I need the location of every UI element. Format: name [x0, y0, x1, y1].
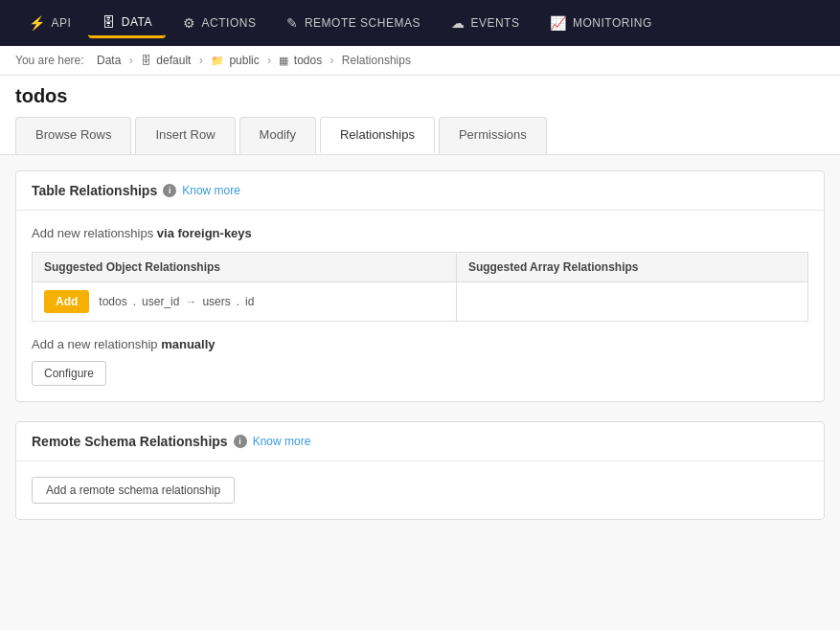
fk-note-bold: via foreign-keys — [157, 226, 252, 240]
breadcrumb-todos[interactable]: todos — [294, 54, 322, 67]
arrow-icon: → — [185, 295, 196, 308]
remote-schemas-icon: ✎ — [286, 15, 299, 31]
api-icon: ⚡ — [29, 15, 46, 31]
page-title-bar: todos Browse Rows Insert Row Modify Rela… — [0, 76, 840, 155]
actions-icon: ⚙ — [183, 15, 196, 31]
table-relationships-know-more[interactable]: Know more — [182, 184, 240, 197]
data-icon: 🗄 — [102, 14, 116, 30]
nav-actions[interactable]: ⚙ ACTIONS — [170, 10, 269, 36]
dot1: . — [133, 295, 136, 308]
nav-actions-label: ACTIONS — [202, 16, 257, 30]
tab-browse-rows[interactable]: Browse Rows — [15, 117, 131, 154]
add-remote-schema-button[interactable]: Add a remote schema relationship — [32, 477, 235, 504]
breadcrumb-current: Relationships — [342, 54, 411, 67]
configure-button[interactable]: Configure — [32, 361, 106, 386]
events-icon: ☁ — [451, 15, 465, 31]
tab-permissions[interactable]: Permissions — [439, 117, 547, 154]
top-nav: ⚡ API 🗄 DATA ⚙ ACTIONS ✎ REMOTE SCHEMAS … — [0, 0, 840, 46]
dot2: . — [237, 295, 239, 308]
object-rel-cell: Add todos . user_id → users . id — [33, 282, 457, 322]
add-relationship-button[interactable]: Add — [44, 290, 89, 313]
page-title: todos — [15, 85, 825, 107]
table-relationships-body: Add new relationships via foreign-keys S… — [16, 211, 824, 401]
tab-modify[interactable]: Modify — [239, 117, 316, 154]
from-col: user_id — [142, 295, 179, 308]
col-object-header: Suggested Object Relationships — [33, 253, 457, 282]
nav-data-label: DATA — [122, 15, 152, 29]
fk-note-text: Add new relationships — [32, 226, 153, 240]
remote-schema-relationships-section: Remote Schema Relationships i Know more … — [15, 421, 825, 520]
tab-insert-row[interactable]: Insert Row — [135, 117, 235, 154]
nav-api[interactable]: ⚡ API — [15, 10, 84, 36]
breadcrumb-public[interactable]: public — [229, 54, 259, 67]
remote-schema-title: Remote Schema Relationships — [32, 434, 228, 449]
col-array-header: Suggested Array Relationships — [456, 253, 807, 282]
to-col: id — [245, 295, 254, 308]
breadcrumb-default[interactable]: default — [156, 54, 191, 67]
nav-events[interactable]: ☁ EVENTS — [438, 10, 534, 36]
table-relationships-section: Table Relationships i Know more Add new … — [15, 170, 825, 402]
tab-relationships[interactable]: Relationships — [320, 117, 435, 154]
remote-schema-body: Add a remote schema relationship — [16, 461, 824, 519]
remote-schema-header: Remote Schema Relationships i Know more — [16, 422, 824, 461]
remote-schema-info-icon[interactable]: i — [234, 435, 247, 448]
from-table: todos — [99, 295, 126, 308]
table-row: Add todos . user_id → users . id — [33, 282, 808, 322]
array-rel-cell — [456, 282, 807, 322]
manual-note: Add a new relationship manually — [32, 337, 808, 351]
table-relationships-info-icon[interactable]: i — [163, 184, 176, 197]
breadcrumb: You are here: Data › 🗄 default › 📁 publi… — [0, 46, 840, 76]
main-content: Table Relationships i Know more Add new … — [0, 155, 840, 630]
manual-note-text: Add a new relationship — [32, 337, 158, 351]
remote-schema-know-more[interactable]: Know more — [253, 435, 311, 448]
table-icon: ▦ — [279, 55, 288, 66]
monitoring-icon: 📈 — [550, 15, 567, 31]
to-table: users — [202, 295, 230, 308]
nav-monitoring[interactable]: 📈 MONITORING — [536, 10, 665, 36]
rel-path: todos . user_id → users . id — [99, 295, 254, 308]
table-relationships-header: Table Relationships i Know more — [16, 171, 824, 211]
table-relationships-title: Table Relationships — [32, 183, 157, 198]
breadcrumb-prefix: You are here: — [15, 54, 84, 67]
tabs: Browse Rows Insert Row Modify Relationsh… — [15, 117, 825, 154]
fk-note: Add new relationships via foreign-keys — [32, 226, 808, 240]
nav-api-label: API — [52, 16, 72, 30]
relationships-table: Suggested Object Relationships Suggested… — [32, 252, 808, 322]
folder-icon: 📁 — [211, 55, 224, 66]
nav-events-label: EVENTS — [470, 16, 519, 30]
database-icon: 🗄 — [141, 55, 151, 66]
nav-remote-schemas-label: REMOTE SCHEMAS — [305, 16, 420, 30]
nav-remote-schemas[interactable]: ✎ REMOTE SCHEMAS — [273, 10, 434, 36]
manual-note-bold: manually — [161, 337, 215, 351]
breadcrumb-data[interactable]: Data — [97, 54, 121, 67]
nav-monitoring-label: MONITORING — [573, 16, 652, 30]
nav-data[interactable]: 🗄 DATA — [88, 9, 166, 38]
